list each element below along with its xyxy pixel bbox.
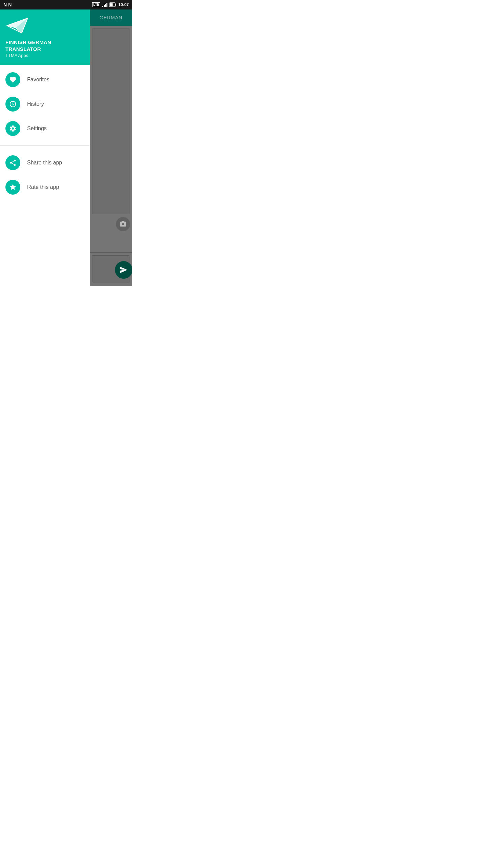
input-area (93, 255, 129, 282)
star-icon (9, 183, 17, 191)
menu-item-rate[interactable]: Rate this app (0, 175, 90, 199)
favorites-label: Favorites (27, 77, 49, 83)
menu-item-settings[interactable]: Settings (0, 116, 90, 141)
notification-icon-1: N (3, 2, 7, 7)
main-header: GERMAN (90, 9, 132, 26)
camera-button[interactable] (115, 216, 131, 232)
app-container: FINNISH GERMAN TRANSLATOR TTMA Apps Favo… (0, 9, 132, 286)
settings-icon-circle (5, 121, 20, 136)
secondary-menu-section: Share this app Rate this app (0, 148, 90, 202)
settings-label: Settings (27, 125, 47, 132)
signal-bar-1 (102, 6, 103, 7)
svg-rect-1 (116, 4, 117, 6)
signal-bar-2 (104, 5, 105, 7)
menu-divider (0, 145, 90, 146)
main-bottom (90, 252, 132, 286)
battery-icon (109, 2, 116, 7)
favorites-icon-circle (5, 72, 20, 87)
translation-area (93, 28, 129, 214)
clock-icon (9, 100, 17, 108)
main-body (90, 26, 132, 252)
notification-icon-2: N (8, 2, 12, 7)
clock: 10:07 (118, 2, 129, 7)
status-right: LTE 10:07 (92, 2, 129, 7)
signal-bars-icon (102, 2, 107, 7)
gear-icon (9, 125, 17, 132)
share-label: Share this app (27, 160, 62, 166)
rate-label: Rate this app (27, 184, 59, 190)
app-title: FINNISH GERMAN TRANSLATOR (5, 39, 84, 52)
primary-menu-section: Favorites History Settings (0, 65, 90, 143)
app-subtitle: TTMA Apps (5, 53, 84, 58)
history-label: History (27, 101, 44, 107)
svg-rect-2 (110, 3, 113, 6)
send-icon (120, 266, 128, 274)
send-button[interactable] (115, 261, 132, 279)
drawer-header: FINNISH GERMAN TRANSLATOR TTMA Apps (0, 9, 90, 65)
menu-item-share[interactable]: Share this app (0, 151, 90, 175)
app-logo-icon (5, 16, 29, 35)
signal-bar-3 (105, 4, 106, 7)
status-left: N N (3, 2, 12, 7)
share-icon-circle (5, 155, 20, 170)
history-icon-circle (5, 97, 20, 112)
rate-icon-circle (5, 180, 20, 195)
status-bar: N N LTE 10:07 (0, 0, 132, 9)
share-icon (9, 159, 17, 166)
main-language-title: GERMAN (100, 15, 122, 20)
main-content: GERMAN (90, 9, 132, 286)
navigation-drawer: FINNISH GERMAN TRANSLATOR TTMA Apps Favo… (0, 9, 90, 286)
camera-icon (119, 220, 127, 228)
menu-item-history[interactable]: History (0, 92, 90, 116)
signal-bar-4 (106, 3, 107, 7)
menu-item-favorites[interactable]: Favorites (0, 67, 90, 92)
heart-icon (9, 76, 17, 83)
lte-badge: LTE (92, 2, 100, 7)
